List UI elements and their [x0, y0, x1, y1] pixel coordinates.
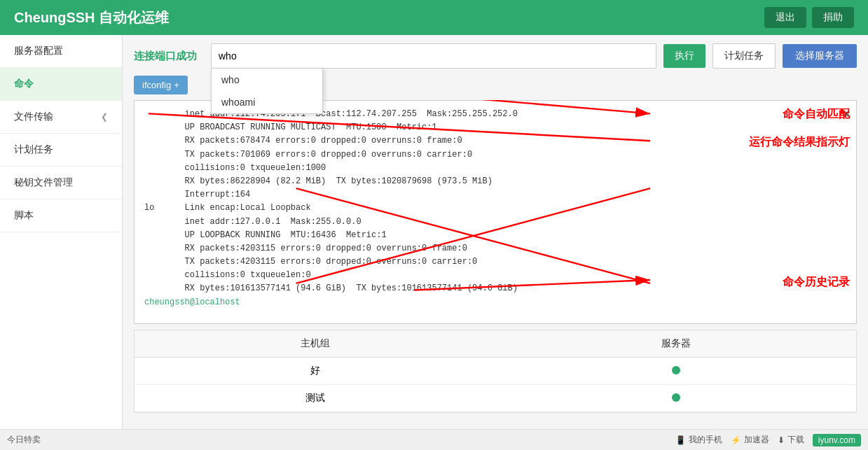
app-title: CheungSSH 自动化运维: [14, 8, 169, 27]
terminal-line: RX packets:678474 errors:0 dropped:0 ove…: [144, 134, 846, 148]
sidebar-item-script[interactable]: 脚本: [0, 199, 122, 232]
terminal-line: UP BROADCAST RUNNING MULTICAST MTU:1500 …: [144, 121, 846, 134]
accelerator-icon: ⚡: [731, 435, 741, 445]
terminal-line: RX bytes:86228904 (82.2 MiB) TX bytes:10…: [144, 175, 846, 188]
main-layout: 服务器配置 命令 文件传输 ❮ 计划任务 秘钥文件管理 脚本 连接端口成功: [0, 35, 868, 429]
server-table: 主机组 服务器 好测试: [134, 330, 857, 413]
connection-status: 连接端口成功: [134, 50, 197, 63]
terminal-line: RX bytes:101613577141 (94.6 GiB) TX byte…: [144, 282, 846, 295]
ifconfig-label: ifconfig: [142, 80, 171, 90]
logout-button[interactable]: 退出: [764, 7, 806, 28]
status-dot: [672, 366, 680, 374]
sidebar-item-schedule[interactable]: 计划任务: [0, 134, 122, 167]
sidebar-label-command: 命令: [14, 78, 34, 90]
ifconfig-badge[interactable]: ifconfig +: [134, 76, 188, 94]
statusbar-left: 今日特卖: [7, 434, 41, 446]
statusbar: 今日特卖 📱 我的手机 ⚡ 加速器 ⬇ 下载 iyunv.com: [0, 429, 868, 450]
sidebar-item-file-transfer[interactable]: 文件传输 ❮: [0, 101, 122, 134]
terminal-line: UP LOOPBACK RUNNING MTU:16436 Metric:1: [144, 229, 846, 242]
terminal-line: RX packets:4203115 errors:0 dropped:0 ov…: [144, 242, 846, 255]
download-icon: ⬇: [778, 435, 785, 445]
header-buttons: 退出 捐助: [764, 7, 854, 28]
header: CheungSSH 自动化运维 退出 捐助: [0, 0, 868, 35]
table-row: 测试: [135, 385, 856, 412]
terminal-wrapper: ✖ inet addr:112.74.205.171 Bcast:112.74.…: [134, 100, 857, 324]
terminal-line: TX packets:4203115 errors:0 dropped:0 ov…: [144, 255, 846, 269]
command-input[interactable]: [211, 43, 656, 69]
ifconfig-plus-icon: +: [174, 80, 179, 90]
autocomplete-item-whoami[interactable]: whoami: [212, 91, 322, 113]
terminal-line: cheungssh@localhost: [144, 296, 846, 309]
terminal-line: collisions:0 txqueuelen:0: [144, 269, 846, 282]
statusbar-right: 📱 我的手机 ⚡ 加速器 ⬇ 下载 iyunv.com: [675, 434, 861, 447]
autocomplete-item-who[interactable]: who: [212, 69, 322, 91]
donate-button[interactable]: 捐助: [812, 7, 854, 28]
statusbar-promo: 今日特卖: [7, 434, 41, 446]
sidebar-label-file-transfer: 文件传输: [14, 111, 53, 123]
sidebar-item-server-config[interactable]: 服务器配置: [0, 35, 122, 68]
terminal-close-icon[interactable]: ✖: [843, 105, 850, 125]
terminal-line: Interrupt:164: [144, 188, 846, 202]
status-dot: [672, 393, 680, 402]
sidebar-item-keyfile[interactable]: 秘钥文件管理: [0, 167, 122, 199]
table-row: 好: [135, 358, 856, 385]
sidebar-item-command[interactable]: 命令: [0, 68, 122, 101]
content-area: 连接端口成功 who whoami 执行 计划任务 选择服务器 ifconfig…: [123, 35, 868, 429]
terminal-output[interactable]: ✖ inet addr:112.74.205.171 Bcast:112.74.…: [134, 100, 857, 324]
sidebar-label-keyfile: 秘钥文件管理: [14, 176, 73, 189]
sidebar: 服务器配置 命令 文件传输 ❮ 计划任务 秘钥文件管理 脚本: [0, 35, 123, 429]
host-group-cell: 测试: [135, 385, 495, 412]
chevron-icon: ❮: [101, 112, 108, 122]
select-server-button[interactable]: 选择服务器: [783, 44, 857, 68]
sidebar-label-schedule: 计划任务: [14, 143, 53, 156]
statusbar-accelerator[interactable]: ⚡ 加速器: [731, 434, 769, 446]
schedule-button[interactable]: 计划任务: [712, 43, 776, 69]
command-input-wrapper: who whoami: [211, 43, 656, 69]
host-group-cell: 好: [135, 358, 495, 385]
exec-button[interactable]: 执行: [663, 44, 705, 68]
sidebar-label-script: 脚本: [14, 209, 34, 222]
toolbar: 连接端口成功 who whoami 执行 计划任务 选择服务器: [134, 43, 857, 69]
terminal-line: TX packets:701069 errors:0 dropped:0 ove…: [144, 148, 846, 162]
sidebar-label-server-config: 服务器配置: [14, 45, 63, 57]
col-server: 服务器: [495, 330, 856, 358]
statusbar-download[interactable]: ⬇ 下载: [778, 434, 804, 446]
terminal-line: collisions:0 txqueuelen:1000: [144, 162, 846, 175]
statusbar-phone[interactable]: 📱 我的手机: [675, 434, 722, 446]
col-host-group: 主机组: [135, 330, 495, 358]
terminal-line: lo Link encap:Local Loopback: [144, 202, 846, 215]
terminal-line: inet addr:127.0.0.1 Mask:255.0.0.0: [144, 216, 846, 229]
phone-icon: 📱: [675, 435, 686, 445]
server-status-cell: [495, 385, 856, 412]
autocomplete-dropdown: who whoami: [211, 69, 323, 114]
server-status-cell: [495, 358, 856, 385]
iyunv-brand: iyunv.com: [813, 434, 861, 447]
